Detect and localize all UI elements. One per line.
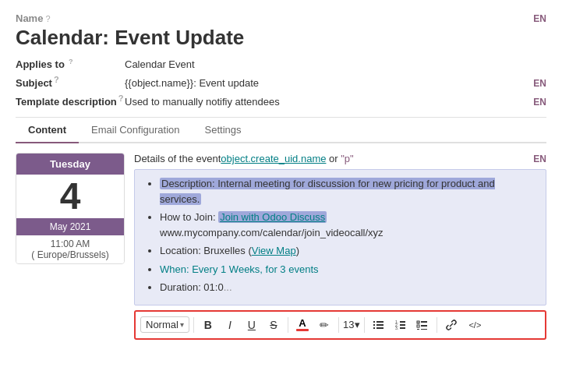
applies-to-value: Calendar Event — [125, 58, 546, 70]
svg-rect-2 — [373, 324, 375, 326]
bold-button[interactable]: B — [198, 315, 218, 335]
svg-rect-9 — [400, 324, 405, 326]
svg-rect-16 — [417, 325, 419, 327]
applies-to-label: Applies to ? — [16, 58, 125, 70]
tab-settings[interactable]: Settings — [193, 118, 254, 143]
subject-label: Subject? — [16, 75, 125, 89]
template-desc-help-icon: ? — [118, 94, 124, 103]
checklist-icon — [416, 319, 429, 331]
calendar-widget: Tuesday 4 May 2021 11:00 AM ( Europe/Bru… — [16, 153, 125, 264]
code-icon: </> — [468, 320, 481, 330]
unordered-list-icon — [373, 319, 385, 331]
paragraph-style-arrow: ▾ — [180, 320, 184, 329]
tab-content[interactable]: Content — [16, 118, 79, 143]
content-list: Description: Internal meeting for discus… — [144, 176, 536, 295]
name-field-label: Name — [16, 12, 43, 24]
content-item-0: Description: Internal meeting for discus… — [160, 178, 495, 205]
font-size-value: 13 — [343, 319, 354, 330]
list-item: How to Join: Join with Odoo Discuss www.… — [160, 210, 536, 240]
view-map-link: View Map — [252, 245, 296, 256]
tabs-bar: Content Email Configuration Settings — [16, 118, 546, 143]
list-item: Description: Internal meeting for discus… — [160, 176, 536, 207]
editor-area: Details of the eventobject.create_uid.na… — [134, 153, 546, 340]
checklist-button[interactable] — [412, 315, 433, 335]
join-link: Join with Odoo Discuss — [218, 211, 327, 223]
template-desc-lang-badge: EN — [533, 97, 546, 108]
toolbar-sep-5 — [437, 317, 437, 333]
subject-help-icon: ? — [54, 75, 59, 84]
font-color-button[interactable]: A — [292, 315, 313, 335]
editor-description: Details of the eventobject.create_uid.na… — [134, 153, 527, 164]
svg-rect-19 — [421, 329, 427, 330]
svg-rect-5 — [376, 327, 384, 329]
name-lang-badge: EN — [533, 13, 546, 24]
svg-rect-0 — [373, 321, 375, 323]
svg-rect-17 — [421, 325, 427, 327]
svg-rect-15 — [421, 321, 427, 323]
calendar-day-number: 4 — [16, 175, 124, 218]
list-item: When: Every 1 Weeks, for 3 events — [160, 262, 536, 277]
link-icon — [445, 319, 458, 331]
list-item: Location: Bruxelles (View Map) — [160, 243, 536, 259]
editor-lang-badge: EN — [533, 154, 546, 164]
font-color-bar — [296, 329, 309, 331]
svg-rect-18 — [417, 329, 419, 330]
template-desc-label: Template description? — [16, 94, 125, 108]
list-item: Duration: 01:0... — [160, 280, 536, 295]
svg-rect-11 — [400, 327, 405, 329]
toolbar-sep-4 — [364, 317, 365, 333]
svg-rect-7 — [400, 321, 405, 323]
calendar-month-year: May 2021 — [16, 218, 124, 235]
svg-rect-4 — [373, 327, 375, 329]
toolbar: Normal ▾ B I U S A ✏ — [134, 310, 546, 340]
page-title: Calendar: Event Update — [16, 26, 546, 50]
toolbar-sep-3 — [338, 317, 339, 333]
subject-lang-badge: EN — [533, 78, 546, 89]
strikethrough-button[interactable]: S — [263, 315, 284, 335]
subject-value[interactable]: {{object.name}}: Event update — [125, 77, 527, 89]
ordered-list-button[interactable]: 1. 2. 3. — [391, 315, 411, 335]
underline-button[interactable]: U — [242, 315, 262, 335]
font-color-label: A — [299, 318, 306, 328]
paragraph-style-label: Normal — [146, 319, 178, 330]
svg-text:3.: 3. — [395, 326, 398, 330]
calendar-day-name: Tuesday — [16, 154, 124, 175]
tab-email-configuration[interactable]: Email Configuration — [79, 118, 192, 143]
svg-rect-1 — [376, 321, 384, 323]
link-button[interactable] — [441, 315, 461, 335]
applies-to-help-icon: ? — [66, 60, 73, 69]
toolbar-sep-2 — [288, 317, 288, 333]
name-help-icon: ? — [45, 14, 50, 23]
italic-button[interactable]: I — [220, 315, 240, 335]
paragraph-style-dropdown[interactable]: Normal ▾ — [140, 316, 189, 333]
editor-link: object.create_uid.name — [221, 153, 326, 164]
toolbar-sep-1 — [193, 317, 194, 333]
ordered-list-icon: 1. 2. 3. — [394, 319, 407, 331]
font-size-arrow: ▾ — [355, 319, 360, 330]
editor-content[interactable]: Description: Internal meeting for discus… — [134, 169, 546, 305]
editor-quote: "p" — [341, 153, 353, 164]
font-size-button[interactable]: 13 ▾ — [343, 319, 360, 330]
highlight-button[interactable]: ✏ — [314, 315, 334, 335]
code-button[interactable]: </> — [463, 315, 486, 335]
template-desc-value: Used to manually notifiy attendees — [125, 96, 527, 108]
unordered-list-button[interactable] — [369, 315, 389, 335]
svg-rect-3 — [376, 324, 384, 326]
calendar-time: 11:00 AM ( Europe/Brussels) — [16, 235, 124, 263]
